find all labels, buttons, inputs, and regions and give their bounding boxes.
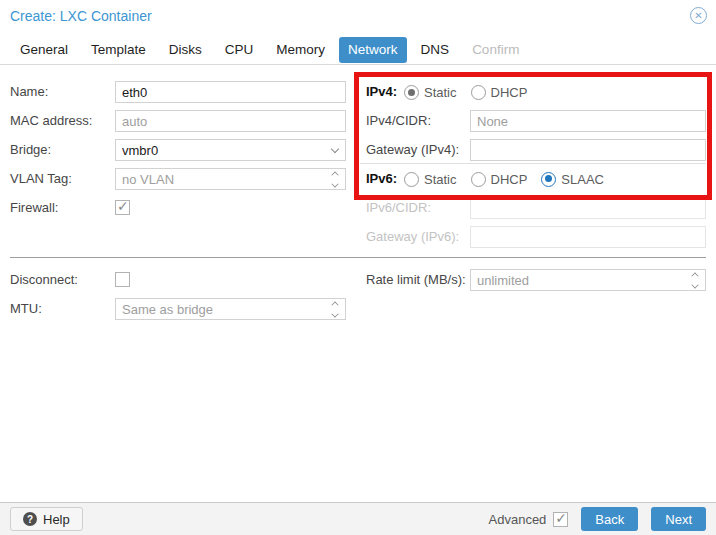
help-button-label: Help (43, 512, 70, 527)
spinner-up-icon (691, 272, 698, 279)
gateway4-label: Gateway (IPv4): (366, 139, 459, 161)
mtu-label: MTU: (10, 298, 42, 320)
chevron-down-icon (331, 144, 339, 152)
tab-memory[interactable]: Memory (267, 37, 334, 63)
tab-bar: General Template Disks CPU Memory Networ… (0, 37, 716, 65)
back-button[interactable]: Back (581, 507, 638, 531)
ipv6-cidr-input (470, 197, 706, 219)
dialog-titlebar: Create: LXC Container ✕ (0, 0, 716, 37)
mtu-input[interactable] (115, 298, 346, 320)
close-icon[interactable]: ✕ (690, 7, 707, 24)
tab-confirm: Confirm (463, 37, 528, 63)
radio-unselected-icon (404, 172, 419, 187)
bridge-label: Bridge: (10, 139, 51, 161)
ipv6-cidr-label: IPv6/CIDR: (366, 197, 431, 219)
dialog-footer: ? Help Advanced Back Next (0, 502, 716, 535)
network-form: Name: MAC address: Bridge: VLAN Tag: Fir… (0, 65, 716, 502)
vlan-spinner-buttons[interactable] (325, 169, 345, 189)
gateway6-input (470, 226, 706, 248)
bridge-input[interactable] (115, 139, 346, 161)
mtu-spinner[interactable] (115, 298, 346, 320)
radio-unselected-icon (471, 172, 486, 187)
ipv6-dhcp-radio[interactable]: DHCP (471, 172, 528, 187)
tab-dns[interactable]: DNS (412, 37, 459, 63)
disconnect-checkbox[interactable] (115, 272, 130, 287)
mac-input[interactable] (115, 110, 346, 132)
tab-disks[interactable]: Disks (160, 37, 211, 63)
ipv4-cidr-input[interactable] (470, 110, 706, 132)
spinner-down-icon (691, 281, 698, 288)
ipv4-dhcp-radio[interactable]: DHCP (471, 85, 528, 100)
ipv6-static-radio[interactable]: Static (404, 172, 457, 187)
advanced-label: Advanced (489, 512, 547, 527)
name-label: Name: (10, 81, 48, 103)
help-icon: ? (23, 512, 37, 526)
next-button[interactable]: Next (651, 507, 706, 531)
spinner-up-icon (331, 171, 338, 178)
ipv6-mode-label: IPv6: (366, 168, 397, 190)
ipv4-mode-label: IPv4: (366, 81, 397, 103)
radio-unselected-icon (471, 85, 486, 100)
bridge-combo[interactable] (115, 139, 346, 161)
radio-selected-icon (541, 172, 556, 187)
spinner-down-icon (331, 310, 338, 317)
vlan-spinner[interactable] (115, 168, 346, 190)
disconnect-label: Disconnect: (10, 269, 78, 291)
name-input[interactable] (115, 81, 346, 103)
mac-label: MAC address: (10, 110, 92, 132)
tab-network[interactable]: Network (339, 37, 407, 63)
help-button[interactable]: ? Help (10, 507, 83, 531)
firewall-checkbox[interactable] (115, 200, 130, 215)
radio-selected-icon (404, 85, 419, 100)
ipv6-mode-radiogroup: Static DHCP SLAAC (404, 168, 611, 190)
rate-limit-input[interactable] (470, 269, 706, 291)
create-lxc-dialog: Create: LXC Container ✕ General Template… (0, 0, 716, 535)
gateway6-label: Gateway (IPv6): (366, 226, 459, 248)
rate-limit-label: Rate limit (MB/s): (366, 269, 466, 291)
mtu-spinner-buttons[interactable] (325, 299, 345, 319)
dialog-title: Create: LXC Container (10, 8, 152, 24)
vlan-label: VLAN Tag: (10, 168, 72, 190)
advanced-section-divider (10, 257, 706, 258)
spinner-down-icon (331, 180, 338, 187)
ipv6-slaac-radio[interactable]: SLAAC (541, 172, 604, 187)
gateway4-input[interactable] (470, 139, 706, 161)
vlan-input[interactable] (115, 168, 346, 190)
tab-general[interactable]: General (11, 37, 77, 63)
ipv4-cidr-label: IPv4/CIDR: (366, 110, 431, 132)
tab-template[interactable]: Template (82, 37, 155, 63)
ipv4-mode-radiogroup: Static DHCP (404, 81, 534, 103)
tab-cpu[interactable]: CPU (216, 37, 263, 63)
advanced-checkbox[interactable] (553, 512, 568, 527)
rate-limit-spinner[interactable] (470, 269, 706, 291)
bridge-dropdown-trigger[interactable] (325, 140, 345, 160)
firewall-label: Firewall: (10, 197, 58, 219)
spinner-up-icon (331, 301, 338, 308)
rate-limit-spinner-buttons[interactable] (685, 270, 705, 290)
ipv4-static-radio[interactable]: Static (404, 85, 457, 100)
ipv6-section-divider (360, 163, 706, 164)
